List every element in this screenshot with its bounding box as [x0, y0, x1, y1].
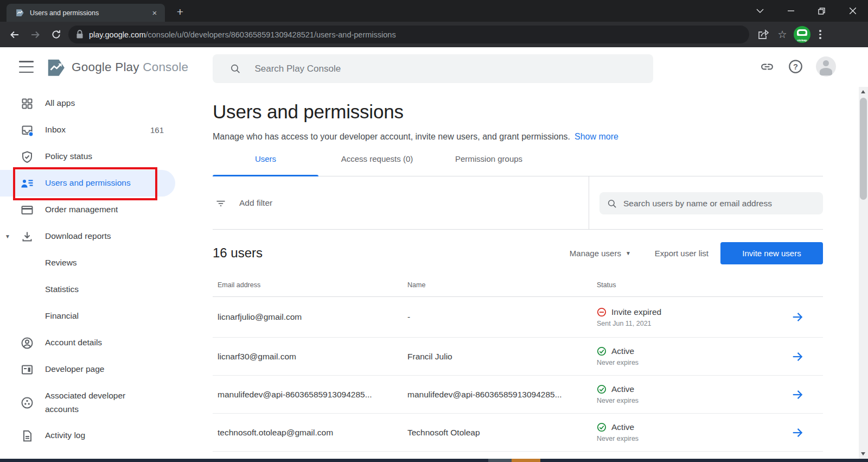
minimize-icon[interactable]: [775, 0, 806, 22]
taskbar-segment: [512, 459, 540, 462]
url-path: /console/u/0/developers/8603658591309428…: [146, 30, 396, 39]
sidebar-item-statistics[interactable]: Statistics: [0, 276, 201, 303]
sidebar-item-label: Statistics: [45, 283, 79, 296]
active-check-icon: [597, 422, 607, 432]
url-text: play.google.com/console/u/0/developers/8…: [89, 30, 396, 39]
avatar-car-glyph: [797, 29, 807, 36]
back-icon[interactable]: [4, 25, 25, 45]
invite-expired-icon: [597, 307, 607, 317]
browser-tab[interactable]: Users and permissions ×: [7, 4, 165, 22]
forward-icon[interactable]: [25, 25, 46, 45]
open-user-arrow-icon[interactable]: [792, 427, 803, 439]
scroll-up-arrow-icon[interactable]: [861, 90, 865, 93]
associated-accounts-icon: [21, 396, 34, 409]
browser-menu-icon[interactable]: [814, 27, 827, 43]
user-email: technosoft.otoleap@gmail.com: [218, 428, 407, 438]
browser-profile-avatar[interactable]: otoleap: [794, 26, 810, 43]
all-apps-grid-icon: [21, 97, 34, 110]
sidebar-item-policy-status[interactable]: Policy status: [0, 143, 201, 170]
browser-titlebar: Users and permissions × +: [0, 0, 868, 22]
tab-permission-groups[interactable]: Permission groups: [436, 154, 542, 176]
tab-users[interactable]: Users: [213, 154, 318, 176]
inbox-count-badge: 161: [150, 125, 164, 135]
brand-console: Console: [143, 60, 188, 74]
tab-search-chevron-icon[interactable]: [744, 0, 775, 22]
sidebar-item-all-apps[interactable]: All apps: [0, 90, 201, 117]
table-row[interactable]: manulifedev@api-86036585913094285... man…: [213, 376, 823, 414]
screen: Users and permissions × +: [0, 0, 868, 462]
user-name: Francil Julio: [407, 352, 597, 362]
inbox-icon: [21, 124, 34, 137]
brand[interactable]: Google Play Console: [46, 57, 188, 78]
sidebar-item-order-management[interactable]: Order management: [0, 197, 201, 223]
open-user-arrow-icon[interactable]: [792, 389, 803, 401]
window-controls: [744, 0, 868, 22]
scroll-down-arrow-icon[interactable]: [861, 452, 865, 455]
status-detail: Never expires: [597, 397, 792, 404]
tab-access-requests[interactable]: Access requests (0): [318, 154, 436, 176]
user-status-cell: Invite expired Sent Jun 11, 2021: [597, 307, 792, 327]
sidebar-item-activity-log[interactable]: Activity log: [0, 422, 201, 449]
open-user-arrow-icon[interactable]: [792, 351, 803, 363]
close-icon[interactable]: [837, 0, 868, 22]
table-row[interactable]: licnarfjulio@gmail.com - Invite expired …: [213, 297, 823, 338]
browser-toolbar: play.google.com/console/u/0/developers/8…: [0, 22, 868, 47]
menu-hamburger-icon[interactable]: [19, 61, 34, 73]
user-search-bar[interactable]: [599, 192, 823, 214]
play-console-app: Google Play Console ?: [0, 47, 868, 459]
sidebar-item-label: Financial: [45, 309, 79, 322]
sidebar-item-financial[interactable]: Financial: [0, 303, 201, 330]
user-status-cell: Active Never expires: [597, 422, 792, 442]
sidebar-item-label: Download reports: [45, 230, 111, 243]
add-filter-button[interactable]: Add filter: [215, 198, 272, 208]
avatar-label: otoleap: [794, 39, 810, 42]
sidebar-item-label: Policy status: [45, 150, 92, 163]
sidebar-item-label: Reviews: [45, 256, 77, 269]
vertical-scrollbar[interactable]: [859, 87, 868, 459]
scrollbar-thumb[interactable]: [860, 98, 867, 200]
tab-close-icon[interactable]: ×: [150, 8, 159, 18]
column-email-address: Email address: [218, 281, 407, 289]
bookmark-star-icon[interactable]: ☆: [774, 27, 790, 43]
url-bar[interactable]: play.google.com/console/u/0/developers/8…: [68, 26, 749, 43]
invite-new-users-button[interactable]: Invite new users: [720, 242, 823, 264]
restore-icon[interactable]: [806, 0, 837, 22]
sidebar-item-reviews[interactable]: Reviews: [0, 250, 201, 276]
reload-icon[interactable]: [46, 25, 66, 45]
page-title: Users and permissions: [213, 101, 823, 123]
chevron-down-icon: ▼: [626, 250, 631, 256]
user-search-input[interactable]: [623, 199, 815, 208]
sidebar-item-associated-developer-accounts[interactable]: Associated developer accounts: [0, 383, 201, 422]
open-user-arrow-icon[interactable]: [792, 311, 803, 323]
table-row[interactable]: technosoft.otoleap@gmail.com Technosoft …: [213, 414, 823, 452]
user-email: manulifedev@api-86036585913094285...: [218, 390, 407, 400]
show-more-link[interactable]: Show more: [575, 132, 618, 141]
active-check-icon: [597, 346, 607, 356]
users-permissions-icon: [21, 177, 34, 190]
sidebar-item-developer-page[interactable]: Developer page: [0, 356, 201, 383]
sidebar-item-account-details[interactable]: Account details: [0, 330, 201, 356]
tab-bar: Users Access requests (0) Permission gro…: [213, 154, 823, 176]
sidebar-item-inbox[interactable]: Inbox 161: [0, 117, 201, 143]
expander-chevron-icon[interactable]: ▼: [5, 233, 10, 239]
user-email: licnarfjulio@gmail.com: [218, 312, 407, 322]
new-tab-button[interactable]: +: [173, 5, 188, 20]
status-label: Active: [611, 384, 634, 394]
sidebar-item-label: Users and permissions: [45, 176, 131, 189]
manage-users-dropdown[interactable]: Manage users▼: [570, 249, 631, 258]
filter-icon: [215, 198, 226, 208]
brand-google-play: Google Play: [72, 60, 139, 74]
export-user-list-button[interactable]: Export user list: [655, 249, 709, 258]
sidebar-item-download-reports[interactable]: ▼ Download reports: [0, 223, 201, 250]
url-domain: play.google.com: [89, 30, 146, 39]
share-icon[interactable]: [755, 27, 771, 43]
status-detail: Never expires: [597, 435, 792, 442]
column-name: Name: [407, 281, 597, 289]
sidebar: All apps Inbox 161 Policy status: [0, 90, 201, 449]
developer-page-icon: [21, 363, 34, 376]
sidebar-item-users-and-permissions[interactable]: Users and permissions: [0, 170, 175, 197]
filter-divider: [589, 176, 589, 229]
user-status-cell: Active Never expires: [597, 384, 792, 404]
users-header: 16 users Manage users▼ Export user list …: [213, 242, 823, 264]
table-row[interactable]: licnarf30@gmail.com Francil Julio Active…: [213, 338, 823, 376]
